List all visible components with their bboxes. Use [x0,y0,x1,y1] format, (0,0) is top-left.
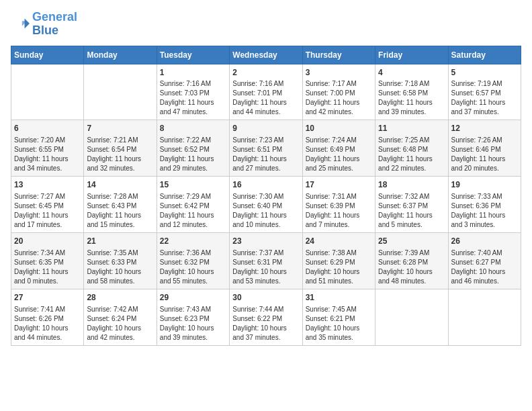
day-info: Sunrise: 7:32 AM Sunset: 6:37 PM Dayligh… [378,192,445,230]
day-number: 11 [378,123,445,134]
day-number: 10 [306,123,372,134]
day-info: Sunrise: 7:41 AM Sunset: 6:26 PM Dayligh… [14,305,81,342]
day-number: 22 [160,236,226,247]
day-info: Sunrise: 7:19 AM Sunset: 6:57 PM Dayligh… [451,79,518,117]
day-number: 18 [378,179,445,191]
weekday-header: Friday [375,46,448,64]
day-info: Sunrise: 7:26 AM Sunset: 6:46 PM Dayligh… [451,136,518,173]
day-number: 28 [87,292,153,304]
calendar-cell: 19Sunrise: 7:33 AM Sunset: 6:36 PM Dayli… [448,177,521,233]
logo: General Blue [11,11,77,38]
day-info: Sunrise: 7:23 AM Sunset: 6:51 PM Dayligh… [232,136,299,173]
day-info: Sunrise: 7:16 AM Sunset: 7:01 PM Dayligh… [232,79,299,117]
day-number: 17 [306,179,372,191]
calendar-cell: 15Sunrise: 7:29 AM Sunset: 6:42 PM Dayli… [157,177,229,233]
day-info: Sunrise: 7:39 AM Sunset: 6:28 PM Dayligh… [378,248,445,286]
logo-icon [11,15,30,34]
calendar-cell: 11Sunrise: 7:25 AM Sunset: 6:48 PM Dayli… [375,120,448,177]
day-info: Sunrise: 7:37 AM Sunset: 6:31 PM Dayligh… [232,248,299,286]
day-info: Sunrise: 7:35 AM Sunset: 6:33 PM Dayligh… [87,248,153,286]
day-info: Sunrise: 7:43 AM Sunset: 6:23 PM Dayligh… [160,305,226,342]
calendar-cell: 16Sunrise: 7:30 AM Sunset: 6:40 PM Dayli… [230,177,302,233]
calendar-cell: 17Sunrise: 7:31 AM Sunset: 6:39 PM Dayli… [302,177,375,233]
day-number: 29 [160,292,226,304]
calendar-cell: 12Sunrise: 7:26 AM Sunset: 6:46 PM Dayli… [448,120,521,177]
day-info: Sunrise: 7:29 AM Sunset: 6:42 PM Dayligh… [160,192,226,230]
day-info: Sunrise: 7:21 AM Sunset: 6:54 PM Dayligh… [87,136,153,173]
day-info: Sunrise: 7:18 AM Sunset: 6:58 PM Dayligh… [378,79,445,117]
day-number: 25 [378,236,445,247]
calendar-cell: 3Sunrise: 7:17 AM Sunset: 7:00 PM Daylig… [302,64,375,120]
day-info: Sunrise: 7:17 AM Sunset: 7:00 PM Dayligh… [306,79,372,117]
weekday-header: Wednesday [230,46,302,64]
calendar-cell [11,64,84,120]
calendar-cell: 29Sunrise: 7:43 AM Sunset: 6:23 PM Dayli… [157,289,229,345]
day-info: Sunrise: 7:42 AM Sunset: 6:24 PM Dayligh… [87,305,153,342]
weekday-header: Sunday [11,46,84,64]
day-number: 9 [232,123,299,134]
day-info: Sunrise: 7:27 AM Sunset: 6:45 PM Dayligh… [14,192,81,230]
calendar-cell: 24Sunrise: 7:38 AM Sunset: 6:29 PM Dayli… [302,232,375,289]
day-info: Sunrise: 7:34 AM Sunset: 6:35 PM Dayligh… [14,248,81,286]
day-info: Sunrise: 7:25 AM Sunset: 6:48 PM Dayligh… [378,136,445,173]
day-info: Sunrise: 7:44 AM Sunset: 6:22 PM Dayligh… [232,305,299,342]
calendar-cell: 20Sunrise: 7:34 AM Sunset: 6:35 PM Dayli… [11,232,84,289]
day-info: Sunrise: 7:30 AM Sunset: 6:40 PM Dayligh… [232,192,299,230]
day-info: Sunrise: 7:28 AM Sunset: 6:43 PM Dayligh… [87,192,153,230]
calendar-week-row: 27Sunrise: 7:41 AM Sunset: 6:26 PM Dayli… [11,289,521,345]
day-info: Sunrise: 7:20 AM Sunset: 6:55 PM Dayligh… [14,136,81,173]
calendar-cell: 8Sunrise: 7:22 AM Sunset: 6:52 PM Daylig… [157,120,229,177]
weekday-header: Tuesday [157,46,229,64]
calendar-cell: 27Sunrise: 7:41 AM Sunset: 6:26 PM Dayli… [11,289,84,345]
page-header: General Blue [11,11,521,38]
svg-marker-0 [25,18,30,28]
day-number: 21 [87,236,153,247]
day-info: Sunrise: 7:22 AM Sunset: 6:52 PM Dayligh… [160,136,226,173]
day-number: 27 [14,292,81,304]
day-info: Sunrise: 7:36 AM Sunset: 6:32 PM Dayligh… [160,248,226,286]
calendar-cell: 25Sunrise: 7:39 AM Sunset: 6:28 PM Dayli… [375,232,448,289]
calendar-cell: 6Sunrise: 7:20 AM Sunset: 6:55 PM Daylig… [11,120,84,177]
day-number: 19 [451,179,518,191]
day-number: 4 [378,67,445,79]
day-number: 1 [160,67,226,79]
day-number: 3 [306,67,372,79]
day-number: 13 [14,179,81,191]
calendar-cell: 30Sunrise: 7:44 AM Sunset: 6:22 PM Dayli… [230,289,302,345]
day-number: 6 [14,123,81,134]
day-info: Sunrise: 7:24 AM Sunset: 6:49 PM Dayligh… [306,136,372,173]
calendar-cell: 7Sunrise: 7:21 AM Sunset: 6:54 PM Daylig… [84,120,157,177]
calendar-cell: 2Sunrise: 7:16 AM Sunset: 7:01 PM Daylig… [230,64,302,120]
calendar-week-row: 6Sunrise: 7:20 AM Sunset: 6:55 PM Daylig… [11,120,521,177]
calendar-cell: 14Sunrise: 7:28 AM Sunset: 6:43 PM Dayli… [84,177,157,233]
weekday-header: Monday [84,46,157,64]
calendar-cell: 23Sunrise: 7:37 AM Sunset: 6:31 PM Dayli… [230,232,302,289]
calendar-cell: 18Sunrise: 7:32 AM Sunset: 6:37 PM Dayli… [375,177,448,233]
weekday-header: Saturday [448,46,521,64]
day-number: 24 [306,236,372,247]
day-number: 5 [451,67,518,79]
calendar-cell: 26Sunrise: 7:40 AM Sunset: 6:27 PM Dayli… [448,232,521,289]
calendar-cell: 9Sunrise: 7:23 AM Sunset: 6:51 PM Daylig… [230,120,302,177]
calendar-cell [84,64,157,120]
day-info: Sunrise: 7:40 AM Sunset: 6:27 PM Dayligh… [451,248,518,286]
calendar-cell [375,289,448,345]
day-number: 23 [232,236,299,247]
calendar-cell: 1Sunrise: 7:16 AM Sunset: 7:03 PM Daylig… [157,64,229,120]
day-number: 15 [160,179,226,191]
day-info: Sunrise: 7:31 AM Sunset: 6:39 PM Dayligh… [306,192,372,230]
day-number: 14 [87,179,153,191]
calendar-week-row: 20Sunrise: 7:34 AM Sunset: 6:35 PM Dayli… [11,232,521,289]
calendar-cell: 13Sunrise: 7:27 AM Sunset: 6:45 PM Dayli… [11,177,84,233]
calendar-week-row: 1Sunrise: 7:16 AM Sunset: 7:03 PM Daylig… [11,64,521,120]
calendar-cell: 4Sunrise: 7:18 AM Sunset: 6:58 PM Daylig… [375,64,448,120]
calendar-cell: 5Sunrise: 7:19 AM Sunset: 6:57 PM Daylig… [448,64,521,120]
calendar-week-row: 13Sunrise: 7:27 AM Sunset: 6:45 PM Dayli… [11,177,521,233]
calendar-header-row: SundayMondayTuesdayWednesdayThursdayFrid… [11,46,521,64]
calendar-cell: 31Sunrise: 7:45 AM Sunset: 6:21 PM Dayli… [302,289,375,345]
calendar-table: SundayMondayTuesdayWednesdayThursdayFrid… [11,46,521,346]
day-number: 8 [160,123,226,134]
day-number: 31 [306,292,372,304]
day-number: 2 [232,67,299,79]
calendar-cell: 22Sunrise: 7:36 AM Sunset: 6:32 PM Dayli… [157,232,229,289]
